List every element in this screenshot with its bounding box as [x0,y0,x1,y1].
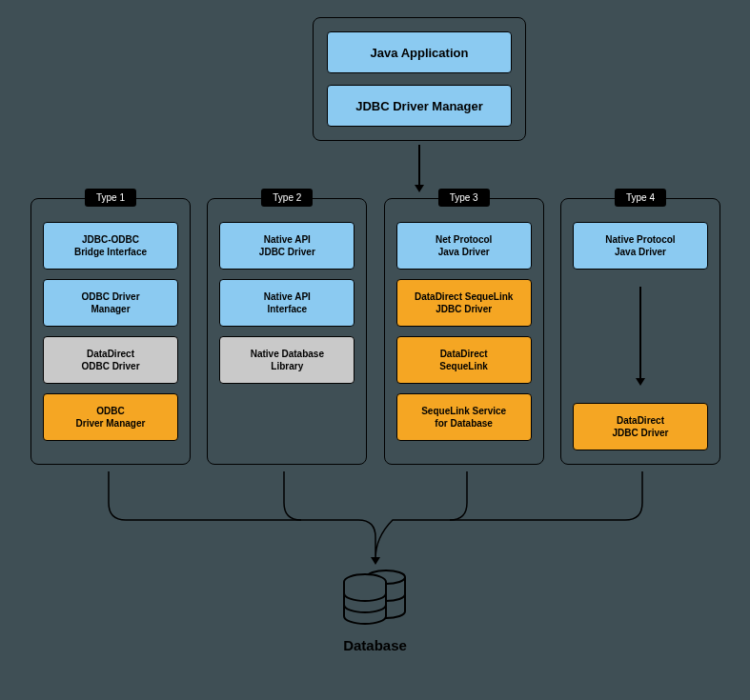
arrow-top [416,145,423,192]
type4-box2: DataDirectJDBC Driver [573,403,708,450]
columns-row: Type 1 JDBC-ODBCBridge Interface ODBC Dr… [30,198,720,465]
type1-box4: ODBCDriver Manager [43,393,178,441]
type4-arrow [573,279,708,393]
type3-box2: DataDirect SequeLinkJDBC Driver [396,279,532,327]
svg-marker-0 [371,557,380,565]
type2-box2: Native APIInterface [219,279,355,327]
type1-box2: ODBC DriverManager [43,279,178,327]
database-area: Database [0,567,750,653]
type3-box4: SequeLink Servicefor Database [396,393,532,441]
type2-box1: Native APIJDBC Driver [219,222,355,270]
column-type4: Type 4 Native ProtocolJava Driver DataDi… [560,198,720,465]
type2-box3: Native DatabaseLibrary [219,336,355,384]
top-container: Java Application JDBC Driver Manager [313,17,526,141]
type3-label: Type 3 [438,189,490,207]
type4-box1: Native ProtocolJava Driver [573,222,708,270]
type3-box3: DataDirectSequeLink [396,336,532,384]
column-type3: Type 3 Net ProtocolJava Driver DataDirec… [384,198,544,465]
type2-label: Type 2 [261,189,313,207]
column-type1: Type 1 JDBC-ODBCBridge Interface ODBC Dr… [30,198,191,465]
java-application-box: Java Application [327,31,512,73]
type4-label: Type 4 [615,189,666,207]
brace-connector [29,470,722,527]
type1-label: Type 1 [85,189,136,207]
database-icon [340,567,411,628]
column-type2: Type 2 Native APIJDBC Driver Native APII… [207,198,367,465]
type1-box1: JDBC-ODBCBridge Interface [43,222,178,270]
type1-box3: DataDirectODBC Driver [43,336,178,384]
jdbc-driver-manager-box: JDBC Driver Manager [327,85,512,127]
type3-box1: Net ProtocolJava Driver [396,222,532,270]
database-label: Database [343,637,407,653]
